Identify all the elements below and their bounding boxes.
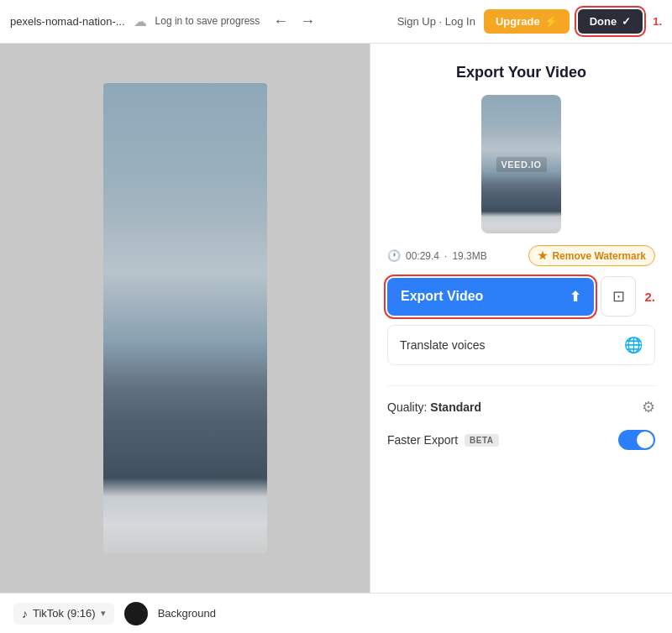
export-thumbnail-wrap: VEED.IO <box>387 95 655 233</box>
lightning-icon: ⚡ <box>544 15 558 28</box>
clock-icon: 🕐 <box>387 249 401 262</box>
quality-value: Standard <box>430 400 481 414</box>
export-panel: Export Your Video VEED.IO 🕐 00:29.4 · 19… <box>370 44 672 593</box>
log-in-link[interactable]: Log In <box>445 15 475 28</box>
quality-row: Quality: Standard ⚙ <box>387 398 655 416</box>
remove-watermark-button[interactable]: ★ Remove Watermark <box>528 245 655 266</box>
done-button[interactable]: Done ✓ <box>578 9 643 34</box>
export-extra-button[interactable]: ⊡ <box>601 276 636 316</box>
star-icon: ★ <box>538 249 548 262</box>
save-progress-button[interactable]: Log in to save progress <box>155 15 260 27</box>
export-title: Export Your Video <box>387 64 655 81</box>
gear-icon[interactable]: ⚙ <box>642 398 655 416</box>
export-meta-row: 🕐 00:29.4 · 19.3MB ★ Remove Watermark <box>387 245 655 266</box>
background-color-swatch[interactable] <box>124 602 148 625</box>
watermark-text: VEED.IO <box>496 157 546 172</box>
undo-button[interactable]: ← <box>270 11 291 32</box>
meta-size: 19.3MB <box>452 250 486 262</box>
translate-row[interactable]: Translate voices 🌐 <box>387 325 655 365</box>
check-icon: ✓ <box>622 15 631 28</box>
tiktok-format-selector[interactable]: ♪ TikTok (9:16) ▾ <box>13 603 114 625</box>
undo-redo-nav: ← → <box>270 11 318 32</box>
faster-export-toggle[interactable] <box>618 430 655 450</box>
chevron-down-icon: ▾ <box>101 608 106 619</box>
faster-export-label: Faster Export BETA <box>387 433 499 447</box>
faster-export-row: Faster Export BETA <box>387 430 655 450</box>
meta-duration: 00:29.4 <box>406 250 439 262</box>
redo-button[interactable]: → <box>297 11 318 32</box>
step1-badge: 1. <box>653 15 662 28</box>
step2-badge: 2. <box>644 290 655 304</box>
beta-badge: BETA <box>465 434 498 447</box>
export-thumbnail: VEED.IO <box>481 95 561 233</box>
upgrade-button[interactable]: Upgrade ⚡ <box>484 9 570 34</box>
bottom-bar: ♪ TikTok (9:16) ▾ Background <box>0 593 672 633</box>
export-meta-info: 🕐 00:29.4 · 19.3MB <box>387 249 487 262</box>
upload-icon: ⬆ <box>570 289 580 305</box>
video-preview <box>0 44 370 593</box>
grid-icon: ⊡ <box>612 287 625 306</box>
export-video-button[interactable]: Export Video ⬆ <box>387 278 594 316</box>
tiktok-label: TikTok (9:16) <box>33 607 96 620</box>
tiktok-icon: ♪ <box>22 607 28 620</box>
filename-label: pexels-nomad-nation-... <box>10 15 125 28</box>
cloud-icon: ☁ <box>134 13 147 29</box>
video-canvas <box>103 83 267 553</box>
translate-label: Translate voices <box>400 338 485 352</box>
topbar: pexels-nomad-nation-... ☁ Log in to save… <box>0 0 672 44</box>
auth-links: Sign Up · Log In <box>397 15 475 28</box>
divider <box>387 385 655 386</box>
export-video-row: Export Video ⬆ ⊡ 2. <box>387 276 655 316</box>
translate-icon: 🌐 <box>624 336 643 354</box>
sign-up-link[interactable]: Sign Up <box>397 15 436 28</box>
quality-label: Quality: Standard <box>387 400 481 414</box>
background-label: Background <box>158 607 216 620</box>
main-area: Export Your Video VEED.IO 🕐 00:29.4 · 19… <box>0 44 672 593</box>
meta-separator: · <box>444 250 447 262</box>
